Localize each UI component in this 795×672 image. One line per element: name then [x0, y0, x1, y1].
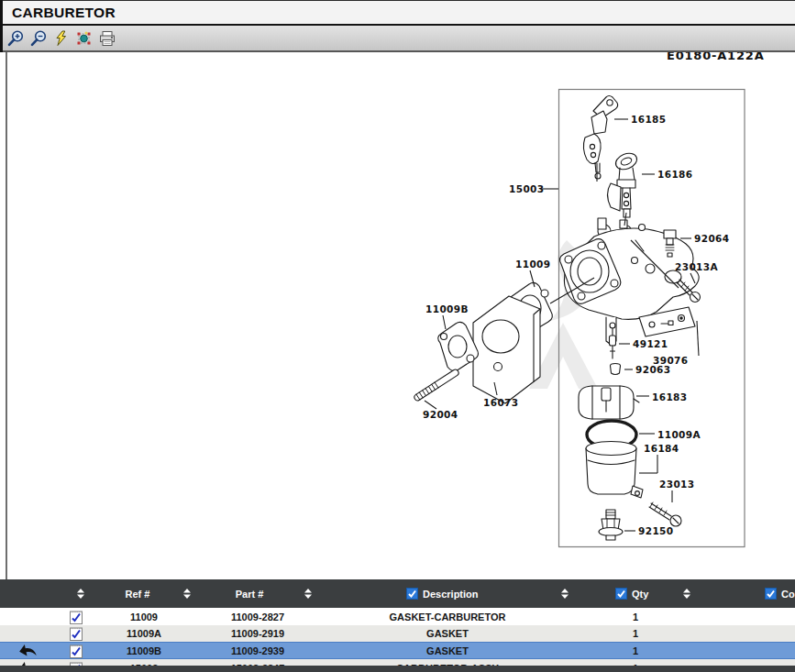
flash-hotspots-icon: [52, 29, 71, 48]
table-row-11009A[interactable]: 11009A11009-2919GASKET1: [0, 625, 795, 642]
checked-checkbox-icon[interactable]: [765, 588, 777, 600]
part-label-23013[interactable]: 23013: [659, 479, 695, 490]
cell-ref: 11009: [130, 611, 158, 622]
cell-qty: 1: [633, 611, 638, 622]
select-hotspot-icon: [75, 29, 94, 48]
flash-hotspots-button[interactable]: [51, 28, 72, 49]
cell-description: GASKET-CARBURETOR: [390, 611, 506, 622]
part-label-92064[interactable]: 92064: [694, 233, 730, 244]
select-hotspot-button[interactable]: [74, 28, 94, 49]
page-title: CARBURETOR: [12, 5, 116, 21]
cell-part: 11009-2919: [231, 628, 284, 639]
part-label-11009[interactable]: 11009: [515, 259, 551, 270]
notepad-check-button[interactable]: [70, 610, 83, 624]
part-label-16073[interactable]: 16073: [483, 397, 519, 408]
part-label-92004[interactable]: 92004: [423, 409, 458, 420]
column-header-description[interactable]: Description: [406, 579, 479, 608]
zoom-out-button[interactable]: [28, 28, 49, 49]
sort-arrows-icon[interactable]: [77, 579, 85, 608]
parts-catalog-window: 1618516186150039206423013A1100911009B491…: [0, 0, 795, 672]
cell-qty: 1: [633, 645, 638, 656]
table-row-11009[interactable]: 1100911009-2827GASKET-CARBURETOR1: [0, 608, 795, 625]
content-left-divider: [6, 52, 7, 579]
window-left-border: [0, 0, 3, 52]
checked-checkbox-icon[interactable]: [406, 588, 418, 600]
part-label-16183[interactable]: 16183: [652, 391, 688, 402]
sort-arrows-icon[interactable]: [683, 579, 691, 608]
column-header-part[interactable]: Part #: [236, 579, 264, 608]
notepad-check-icon[interactable]: [70, 644, 83, 658]
print-button[interactable]: [97, 28, 117, 49]
cell-description: GASKET: [426, 645, 469, 656]
cell-description: GASKET: [426, 628, 469, 639]
back-arrow-button[interactable]: [18, 643, 39, 658]
notepad-check-icon[interactable]: [70, 626, 83, 641]
parts-diagram[interactable]: 1618516186150039206423013A1100911009B491…: [0, 0, 795, 672]
zoom-out-icon: [29, 29, 48, 48]
cell-part: 11009-2827: [231, 611, 284, 622]
notepad-check-icon[interactable]: [70, 610, 83, 624]
cell-qty: 1: [633, 628, 638, 639]
column-header-comments[interactable]: Com: [765, 579, 795, 608]
notepad-check-button[interactable]: [70, 626, 83, 641]
part-label-92063[interactable]: 92063: [635, 364, 671, 375]
checked-checkbox-icon[interactable]: [615, 588, 627, 600]
notepad-check-button[interactable]: [70, 644, 83, 658]
column-header-ref[interactable]: Ref #: [126, 579, 150, 608]
title-bar: CARBURETOR: [0, 0, 795, 26]
cell-ref: 11009B: [127, 645, 161, 656]
parts-table-header: Ref # Part # Description Qty: [0, 579, 795, 608]
part-label-16185[interactable]: 16185: [631, 114, 667, 125]
diagram-toolbar: [0, 26, 795, 52]
part-label-92150[interactable]: 92150: [638, 525, 674, 536]
cell-part: 11009-2939: [231, 645, 284, 656]
cell-ref: 11009A: [127, 628, 161, 639]
part-label-11009A[interactable]: 11009A: [657, 429, 701, 440]
table-bottom-bar: [0, 666, 795, 672]
back-arrow-icon[interactable]: [18, 643, 39, 658]
sort-arrows-icon[interactable]: [304, 579, 313, 608]
part-label-15003[interactable]: 15003: [509, 183, 545, 194]
column-header-qty[interactable]: Qty: [615, 579, 648, 608]
table-row-11009B[interactable]: 11009B11009-2939GASKET1: [0, 642, 795, 659]
part-label-16186[interactable]: 16186: [657, 169, 693, 180]
part-label-49121[interactable]: 49121: [633, 338, 668, 349]
part-label-23013A[interactable]: 23013A: [675, 261, 719, 272]
zoom-in-button[interactable]: [6, 28, 26, 49]
print-icon: [98, 29, 116, 48]
sort-arrows-icon[interactable]: [183, 579, 192, 608]
part-label-11009B[interactable]: 11009B: [425, 303, 469, 314]
part-label-16184[interactable]: 16184: [644, 443, 679, 454]
zoom-in-icon: [6, 29, 25, 48]
sort-arrows-icon[interactable]: [561, 579, 569, 608]
